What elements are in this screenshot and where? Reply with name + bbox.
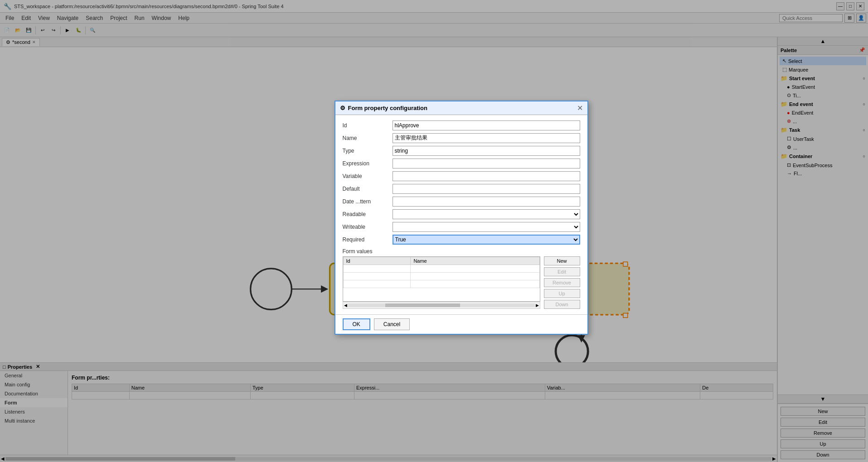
form-values-section: Form values Id Name	[343, 248, 580, 309]
form-row-readable: Readable true false	[343, 209, 580, 219]
input-default[interactable]	[393, 184, 580, 194]
modal-body: Id Name Type Expression Variable	[335, 115, 587, 314]
modal-cancel-button[interactable]: Cancel	[374, 318, 410, 330]
fv-col-id: Id	[343, 257, 411, 265]
label-readable: Readable	[343, 211, 393, 217]
label-variable: Variable	[343, 173, 393, 179]
input-type[interactable]	[393, 146, 580, 156]
modal-ok-button[interactable]: OK	[343, 318, 370, 330]
form-values-table-wrapper: Id Name	[343, 256, 540, 302]
fv-scrollbar[interactable]: ◀ ▶	[343, 302, 540, 309]
select-required[interactable]: True False	[393, 235, 580, 245]
label-name: Name	[343, 135, 393, 141]
form-row-type: Type	[343, 146, 580, 156]
fv-col-name: Name	[411, 257, 539, 265]
form-values-body: Id Name	[343, 256, 580, 309]
modal-title: Form property configuration	[348, 105, 428, 111]
modal-icon: ⚙	[340, 105, 345, 111]
fv-scroll-track	[348, 303, 535, 307]
modal-title-bar: ⚙ Form property configuration ✕	[335, 101, 587, 115]
fv-up-button[interactable]: Up	[544, 289, 580, 298]
input-name[interactable]	[393, 133, 580, 143]
modal-overlay: ⚙ Form property configuration ✕ Id Name …	[0, 0, 868, 462]
form-row-required: Required True False	[343, 235, 580, 245]
form-row-expression: Expression	[343, 159, 580, 168]
fv-scroll-right[interactable]: ▶	[536, 303, 539, 308]
form-values-buttons: New Edit Remove Up Down	[544, 256, 580, 309]
fv-remove-button[interactable]: Remove	[544, 278, 580, 287]
label-id: Id	[343, 122, 393, 129]
select-writeable[interactable]: true false	[393, 222, 580, 232]
label-default: Default	[343, 186, 393, 192]
form-values-table: Id Name	[343, 257, 540, 288]
form-values-table-container: Id Name	[343, 256, 540, 309]
form-row-variable: Variable	[343, 171, 580, 181]
label-expression: Expression	[343, 160, 393, 167]
input-date-pattern[interactable]	[393, 197, 580, 207]
modal-footer: OK Cancel	[335, 314, 587, 334]
form-row-writeable: Writeable true false	[343, 222, 580, 232]
input-id[interactable]	[393, 120, 580, 130]
label-required: Required	[343, 236, 393, 243]
fv-table-row	[343, 272, 539, 280]
label-type: Type	[343, 148, 393, 154]
modal-close-button[interactable]: ✕	[577, 104, 583, 112]
fv-table-row	[343, 265, 539, 272]
fv-edit-button[interactable]: Edit	[544, 267, 580, 276]
form-row-name: Name	[343, 133, 580, 143]
form-row-id: Id	[343, 120, 580, 130]
modal-dialog: ⚙ Form property configuration ✕ Id Name …	[335, 101, 588, 335]
form-row-default: Default	[343, 184, 580, 194]
fv-scroll-thumb	[385, 303, 460, 307]
fv-table-row	[343, 280, 539, 288]
label-writeable: Writeable	[343, 224, 393, 230]
form-values-label: Form values	[343, 248, 580, 255]
input-variable[interactable]	[393, 171, 580, 181]
fv-down-button[interactable]: Down	[544, 300, 580, 309]
select-readable[interactable]: true false	[393, 209, 580, 219]
form-row-date-pattern: Date ...ttern	[343, 197, 580, 207]
input-expression[interactable]	[393, 159, 580, 168]
fv-scroll-left[interactable]: ◀	[344, 303, 347, 308]
label-date-pattern: Date ...ttern	[343, 198, 393, 205]
fv-new-button[interactable]: New	[544, 256, 580, 265]
